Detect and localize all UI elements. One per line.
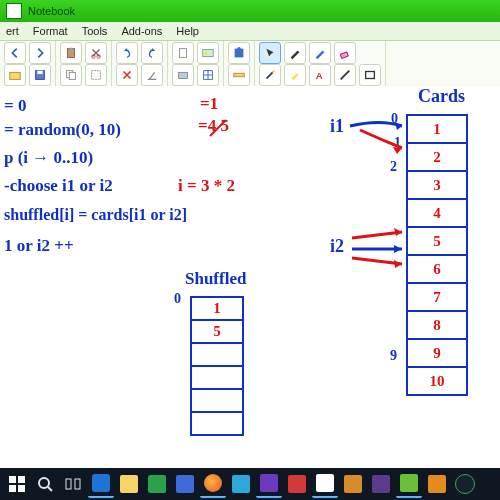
menu-format[interactable]: Format xyxy=(33,25,68,37)
cut-icon[interactable] xyxy=(85,42,107,64)
tb-app3-icon[interactable] xyxy=(340,471,366,497)
shuffled-table: 15 xyxy=(190,296,244,436)
menu-addons[interactable]: Add-ons xyxy=(121,25,162,37)
save-icon[interactable] xyxy=(29,64,51,86)
svg-rect-21 xyxy=(366,72,375,79)
svg-rect-25 xyxy=(18,485,25,492)
tb-edge-icon[interactable] xyxy=(88,470,114,498)
cursor-icon[interactable] xyxy=(259,42,281,64)
svg-rect-17 xyxy=(234,73,245,77)
svg-rect-13 xyxy=(179,72,188,78)
svg-rect-4 xyxy=(69,48,73,51)
delete-icon[interactable] xyxy=(116,64,138,86)
cards-idx-2: 2 xyxy=(390,159,397,175)
svg-rect-9 xyxy=(92,71,101,80)
menu-insert[interactable]: ert xyxy=(6,25,19,37)
redo-icon[interactable] xyxy=(141,42,163,64)
newpage-icon[interactable] xyxy=(172,42,194,64)
code-line-6: 1 or i2 ++ xyxy=(4,236,74,256)
svg-rect-28 xyxy=(75,479,80,489)
menu-bar: ert Format Tools Add-ons Help xyxy=(0,22,500,41)
cards-title: Cards xyxy=(418,86,465,107)
measure-icon[interactable] xyxy=(228,64,250,86)
gallery-icon[interactable] xyxy=(197,42,219,64)
app-icon xyxy=(6,3,22,19)
svg-rect-27 xyxy=(66,479,71,489)
svg-rect-2 xyxy=(37,71,42,75)
tb-vs-icon[interactable] xyxy=(256,470,282,498)
svg-point-12 xyxy=(205,52,208,55)
table-icon[interactable] xyxy=(197,64,219,86)
taskbar xyxy=(0,468,500,500)
back-icon[interactable] xyxy=(4,42,26,64)
tb-store-icon[interactable] xyxy=(144,471,170,497)
tb-firefox-icon[interactable] xyxy=(200,470,226,498)
code-line-1: = 0 xyxy=(4,96,26,116)
start-icon[interactable] xyxy=(4,471,30,497)
menu-help[interactable]: Help xyxy=(176,25,199,37)
shuffled-title: Shuffled xyxy=(185,269,246,289)
annot-r1: =1 xyxy=(200,94,218,114)
tb-camtasia-icon[interactable] xyxy=(396,470,422,498)
crop-icon[interactable] xyxy=(85,64,107,86)
cards-idx-9: 9 xyxy=(390,348,397,364)
svg-rect-8 xyxy=(69,72,75,79)
arrow-i1-red xyxy=(360,126,410,156)
shape-icon[interactable] xyxy=(359,64,381,86)
screencap-icon[interactable] xyxy=(172,64,194,86)
svg-text:A: A xyxy=(316,70,323,81)
tb-mail-icon[interactable] xyxy=(172,471,198,497)
tb-app1-icon[interactable] xyxy=(228,471,254,497)
label-i1: i1 xyxy=(330,116,344,137)
open-icon[interactable] xyxy=(4,64,26,86)
arrow-i2-red-down xyxy=(352,254,410,274)
svg-point-19 xyxy=(272,70,275,73)
svg-point-16 xyxy=(237,47,241,51)
annot-mid: i = 3 * 2 xyxy=(178,176,235,196)
svg-rect-18 xyxy=(340,52,348,59)
search-icon[interactable] xyxy=(32,471,58,497)
tb-explorer-icon[interactable] xyxy=(116,471,142,497)
forward-icon[interactable] xyxy=(29,42,51,64)
tb-notebook-icon[interactable] xyxy=(312,470,338,498)
svg-rect-11 xyxy=(203,50,214,57)
highlighter-icon[interactable] xyxy=(284,64,306,86)
svg-rect-22 xyxy=(9,476,16,483)
svg-rect-10 xyxy=(180,49,187,58)
tb-app2-icon[interactable] xyxy=(284,471,310,497)
label-i2: i2 xyxy=(330,236,344,257)
calligraphy-icon[interactable] xyxy=(309,42,331,64)
whiteboard-canvas[interactable]: = 0 = random(0, 10) p (i → 0..10) -choos… xyxy=(0,86,500,468)
tb-sublime-icon[interactable] xyxy=(424,471,450,497)
toolbar: A xyxy=(0,41,500,88)
svg-point-26 xyxy=(39,478,49,488)
title-bar: Notebook xyxy=(0,0,500,22)
code-line-3: p (i → 0..10) xyxy=(4,148,93,168)
copy-icon[interactable] xyxy=(60,64,82,86)
window-title: Notebook xyxy=(28,5,75,17)
code-line-4: -choose i1 or i2 xyxy=(4,176,113,196)
eraser-icon[interactable] xyxy=(334,42,356,64)
magicpen-icon[interactable] xyxy=(259,64,281,86)
line-icon[interactable] xyxy=(334,64,356,86)
cards-table: 12 34 56 78 910 xyxy=(406,114,468,396)
clearink-icon[interactable] xyxy=(141,64,163,86)
svg-rect-24 xyxy=(9,485,16,492)
tb-steam-icon[interactable] xyxy=(452,471,478,497)
strike-red xyxy=(210,120,230,140)
shuffled-idx-0: 0 xyxy=(174,291,181,307)
paste-icon[interactable] xyxy=(60,42,82,64)
tb-app4-icon[interactable] xyxy=(368,471,394,497)
addon-puzzle-icon[interactable] xyxy=(228,42,250,64)
pen-icon[interactable] xyxy=(284,42,306,64)
taskview-icon[interactable] xyxy=(60,471,86,497)
svg-rect-0 xyxy=(10,72,21,79)
text-icon[interactable]: A xyxy=(309,64,331,86)
svg-rect-23 xyxy=(18,476,25,483)
code-line-2: = random(0, 10) xyxy=(4,120,121,140)
code-line-5: shuffled[i] = cards[i1 or i2] xyxy=(4,206,187,224)
undo-icon[interactable] xyxy=(116,42,138,64)
menu-tools[interactable]: Tools xyxy=(82,25,108,37)
